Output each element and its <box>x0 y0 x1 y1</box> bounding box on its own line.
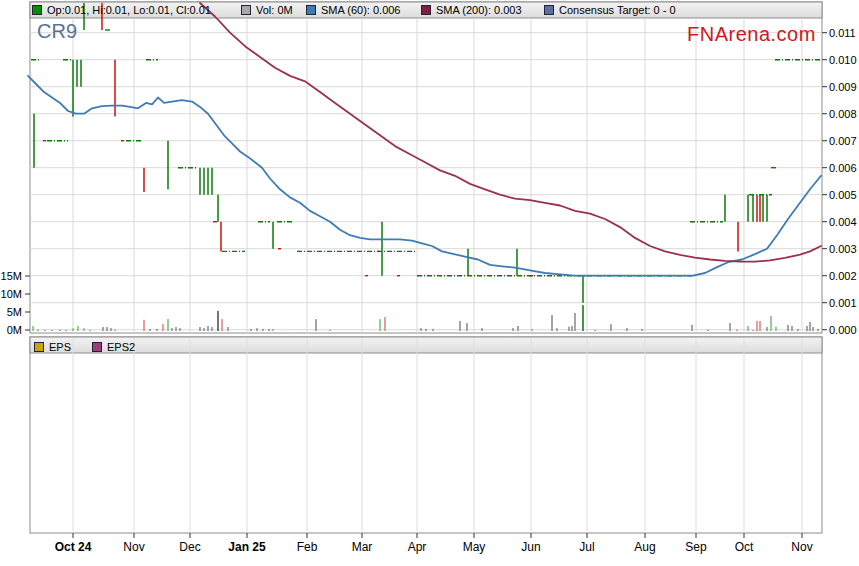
month-axis-label: Jun <box>521 540 540 554</box>
volume-bar <box>175 327 177 331</box>
volume-bar <box>32 326 34 331</box>
volume-bar <box>574 313 576 331</box>
volume-bar <box>59 330 61 331</box>
ohlc-swatch-icon <box>32 5 42 15</box>
volume-bar <box>797 329 799 331</box>
volume-bar <box>72 328 74 331</box>
month-axis-label: Sep <box>685 540 707 554</box>
month-axis-label: Nov <box>791 540 812 554</box>
volume-bar <box>512 328 514 331</box>
volume-bar <box>551 315 553 331</box>
volume-axis-label: 10M <box>1 288 22 300</box>
volume-bar <box>106 327 108 331</box>
volume-bar <box>44 330 46 331</box>
volume-bar <box>759 321 761 331</box>
volume-bar <box>329 330 331 331</box>
volume-bar <box>752 330 754 331</box>
volume-bar <box>766 327 768 331</box>
volume-bar <box>736 330 738 331</box>
legend-label-sma200: SMA (200): 0.003 <box>436 4 522 16</box>
price-axis-label: 0.004 <box>829 216 857 228</box>
ticker-symbol: CR9 <box>37 20 77 43</box>
volume-bar <box>729 323 731 331</box>
stock-chart-window: 0.0110.0100.0090.0080.0070.0060.0050.004… <box>0 0 859 566</box>
volume-bar <box>481 328 483 331</box>
eps-panel <box>30 337 822 533</box>
price-axis-label: 0.007 <box>829 135 857 147</box>
volume-axis-label: 5M <box>7 306 22 318</box>
month-axis-label: Feb <box>297 540 318 554</box>
legend-item-volume: Vol: 0M <box>241 4 293 16</box>
volume-axis-label: 0M <box>7 324 22 336</box>
volume-bar <box>384 317 386 331</box>
volume-bar <box>531 329 533 331</box>
volume-bar <box>262 329 264 331</box>
sma60-swatch-icon <box>306 5 316 15</box>
volume-bar <box>51 330 53 331</box>
volume-bar <box>162 324 164 331</box>
volume-bar <box>568 327 570 331</box>
price-axis-label: 0.005 <box>829 189 857 201</box>
sma200-swatch-icon <box>421 5 431 15</box>
price-axis-label: 0.008 <box>829 108 857 120</box>
volume-bar <box>77 326 79 331</box>
volume-bar <box>217 311 219 331</box>
month-axis-label: Oct <box>735 540 754 554</box>
price-axis-label: 0.009 <box>829 81 857 93</box>
volume-bar <box>747 326 749 331</box>
volume-bar <box>221 319 223 331</box>
volume-bar <box>775 327 777 331</box>
volume-bar <box>179 328 181 331</box>
volume-bar <box>171 328 173 331</box>
volume-bar <box>143 320 145 331</box>
month-axis-label: Apr <box>408 540 427 554</box>
volume-bar <box>199 327 201 331</box>
month-axis-label: Oct 24 <box>55 540 92 554</box>
volume-bar <box>256 328 258 331</box>
legend-item-eps2: EPS2 <box>92 341 135 353</box>
volume-bar <box>379 319 381 331</box>
eps2-swatch-icon <box>92 342 102 352</box>
volume-bar <box>83 328 85 331</box>
month-axis-label: Dec <box>179 540 200 554</box>
volume-bar <box>432 329 434 331</box>
volume-bar <box>626 328 628 331</box>
volume-bar <box>65 330 67 331</box>
legend-item-consensus-target: Consensus Target: 0 - 0 <box>544 4 676 16</box>
price-axis-label: 0.003 <box>829 243 857 255</box>
price-axis-label: 0.002 <box>829 270 857 282</box>
volume-bar <box>425 329 427 331</box>
volume-bar <box>809 322 811 331</box>
volume-bar <box>691 325 693 331</box>
volume-bar <box>571 326 573 331</box>
month-axis-label: Jan 25 <box>228 540 266 554</box>
volume-bar <box>227 327 229 331</box>
volume-bar <box>156 329 158 331</box>
legend-item-eps: EPS <box>34 341 71 353</box>
price-axis-label: 0.000 <box>829 324 857 336</box>
eps-legend-bar <box>30 337 822 353</box>
volume-bar <box>167 319 169 331</box>
volume-bar <box>517 326 519 331</box>
volume-bar <box>211 327 213 331</box>
volume-bar <box>459 321 461 331</box>
volume-bar <box>610 324 612 331</box>
month-axis-label: Jul <box>579 540 594 554</box>
volume-bar <box>37 330 39 331</box>
price-axis-label: 0.011 <box>829 27 856 39</box>
legend-label-sma60: SMA (60): 0.006 <box>321 4 401 16</box>
price-axis-label: 0.010 <box>829 54 857 66</box>
volume-bar <box>756 321 758 331</box>
volume-bar <box>102 327 104 331</box>
volume-bar <box>812 327 814 331</box>
month-axis-label: Aug <box>634 540 655 554</box>
legend-label-eps: EPS <box>49 341 71 353</box>
volume-bar <box>89 330 91 331</box>
volume-bar <box>641 329 643 331</box>
volume-bar <box>420 328 422 331</box>
volume-bar <box>207 326 209 331</box>
volume-bar <box>110 328 112 331</box>
volume-bar <box>114 330 116 331</box>
chart-canvas: 0.0110.0100.0090.0080.0070.0060.0050.004… <box>0 0 859 566</box>
volume-bar <box>268 329 270 331</box>
